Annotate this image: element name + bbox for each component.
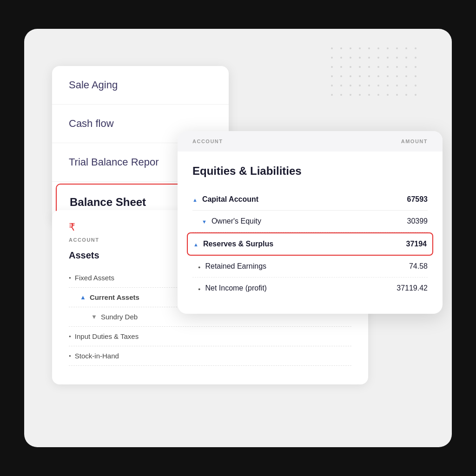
chevron-down-icon: ▼: [91, 313, 97, 320]
retained-earnings-row[interactable]: Retained Earnings 74.58: [192, 256, 428, 278]
reserves-surplus-label: Reserves & Surplus: [193, 240, 273, 248]
chevron-down-blue-icon: [202, 217, 207, 225]
bullet-retained-icon: [198, 262, 200, 271]
front-equities-panel: ACCOUNT AMOUNT Equities & Liabilities Ca…: [178, 131, 443, 314]
net-income-row[interactable]: Net Income (profit) 37119.42: [192, 278, 428, 299]
chevron-up-blue-icon: [192, 195, 198, 204]
outer-container: Sale Aging Cash flow Trial Balance Repor…: [24, 29, 452, 447]
account-column-header: ACCOUNT: [192, 139, 223, 144]
front-panel-header: ACCOUNT AMOUNT: [178, 131, 443, 152]
capital-account-label: Capital Account: [192, 195, 258, 204]
bullet-icon: ●: [69, 276, 71, 280]
owners-equity-row[interactable]: Owner's Equity 30399: [192, 211, 428, 232]
bullet-icon-3: ●: [69, 354, 71, 358]
amount-column-header: AMOUNT: [401, 139, 428, 144]
current-assets-label: Current Assets: [90, 293, 139, 301]
menu-item-sale-aging[interactable]: Sale Aging: [52, 66, 229, 105]
sundry-deb-label: Sundry Deb: [101, 313, 138, 321]
reserves-surplus-value: 37194: [406, 240, 427, 248]
retained-earnings-label: Retained Earnings: [192, 262, 266, 271]
chevron-up-reserves-icon: [193, 240, 198, 248]
bullet-icon-2: ●: [69, 334, 71, 338]
dot-pattern-decoration: [331, 47, 424, 103]
equities-liabilities-title: Equities & Liabilities: [192, 165, 428, 178]
bg-row-stock: ● Stock-in-Hand: [69, 346, 351, 366]
menu-item-cash-flow-label: Cash flow: [69, 118, 114, 129]
menu-item-trial-balance-label: Trial Balance Repor: [69, 156, 159, 168]
bullet-net-income-icon: [198, 284, 200, 292]
owners-equity-value: 30399: [407, 217, 428, 225]
capital-account-row[interactable]: Capital Account 67593: [192, 189, 428, 211]
bg-row-input-duties: ● Input Duties & Taxes: [69, 327, 351, 346]
stock-in-hand-label: Stock-in-Hand: [75, 352, 119, 360]
input-duties-label: Input Duties & Taxes: [75, 332, 139, 340]
menu-item-sale-aging-label: Sale Aging: [69, 79, 118, 91]
front-panel-body: Equities & Liabilities Capital Account 6…: [178, 152, 443, 314]
net-income-value: 37119.42: [397, 284, 428, 292]
reserves-surplus-row[interactable]: Reserves & Surplus 37194: [187, 232, 433, 256]
fixed-assets-label: Fixed Assets: [75, 274, 114, 282]
menu-item-balance-sheet-label: Balance Sheet: [70, 196, 146, 208]
net-income-label: Net Income (profit): [192, 284, 267, 292]
capital-account-value: 67593: [407, 195, 428, 204]
retained-earnings-value: 74.58: [409, 262, 428, 271]
chevron-up-icon: ▲: [80, 294, 86, 301]
owners-equity-label: Owner's Equity: [192, 217, 261, 225]
